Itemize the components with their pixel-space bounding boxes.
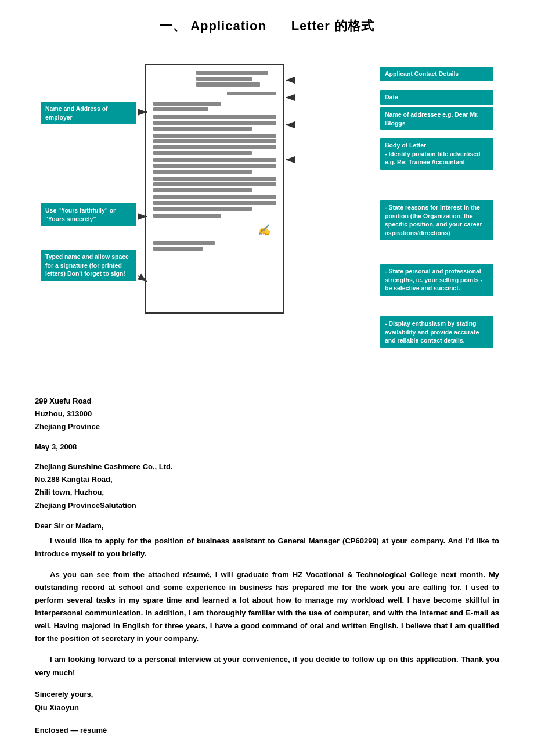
letter-date: May 3, 2008 [35,442,499,451]
recipient-line2: No.288 Kangtai Road, [35,473,499,486]
recipient-line4: Zhejiang ProvinceSalutation [35,499,499,512]
closing-line: Sincerely yours, [35,687,499,701]
label-contact: Applicant Contact Details [380,67,493,81]
page-title: 一、 Application Letter 的格式 [35,17,499,35]
diagram-container: ✍ Name and Address of [35,52,499,377]
letter-content: 299 Xuefu Road Huzhou, 313000 Zhejiang P… [35,395,499,735]
recipient-line3: Zhili town, Huzhou, [35,486,499,499]
recipient-line1: Zhejiang Sunshine Cashmere Co., Ltd. [35,460,499,473]
address-line3: Zhejiang Province [35,420,499,433]
label-typed: Typed name and allow space for a signatu… [41,250,136,281]
title-prefix: 一、 [160,19,186,33]
closing-block: Sincerely yours, Qiu Xiaoyun [35,687,499,715]
enclosed-text: Enclosed — résumé [35,726,499,735]
salutation: Dear Sir or Madam, [35,521,499,530]
label-enthusiasm: - Display enthusiasm by stating availabi… [380,316,493,348]
body-paragraph1: I would like to apply for the position o… [35,535,499,560]
label-addressee: Name of addressee e.g. Dear Mr. Bloggs [380,107,493,130]
sender-name: Qiu Xiaoyun [35,701,499,714]
address-line2: Huzhou, 313000 [35,408,499,420]
address-line1: 299 Xuefu Road [35,395,499,408]
date-block: May 3, 2008 [35,442,499,451]
enclosed-block: Enclosed — résumé [35,726,499,735]
title-part2: Letter 的格式 [291,19,374,33]
label-yours: Use "Yours faithfully" or "Yours sincere… [41,203,136,226]
label-body: Body of Letter- Identify position title … [380,138,493,170]
recipient-block: Zhejiang Sunshine Cashmere Co., Ltd. No.… [35,460,499,512]
address-block: 299 Xuefu Road Huzhou, 313000 Zhejiang P… [35,395,499,433]
label-strengths: - State personal and professional streng… [380,264,493,296]
label-employer: Name and Address of employer [41,102,136,124]
body-paragraph3: I am looking forward to a personal inter… [35,653,499,679]
label-reasons: - State reasons for interest in the posi… [380,200,493,240]
label-date: Date [380,90,493,105]
letter-mockup: ✍ [145,64,284,314]
body-paragraph2: As you can see from the attached résumé,… [35,568,499,646]
title-part1: Application [190,19,266,33]
signature-decoration: ✍ [153,224,276,236]
